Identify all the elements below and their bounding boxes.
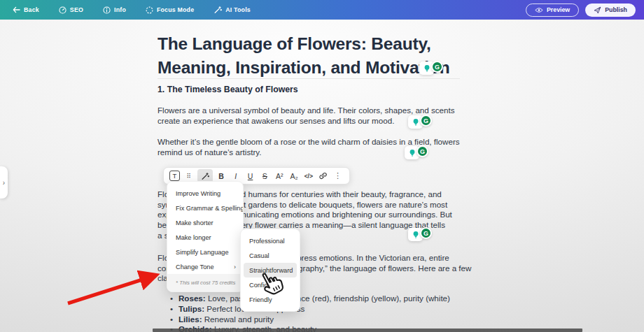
back-label: Back <box>24 6 39 13</box>
list-item[interactable]: Tulips: Perfect love and happiness <box>170 304 464 315</box>
topbar-right: Preview Publish <box>526 3 636 17</box>
title-line-2: Meaning, Inspiration, and Motivation <box>158 56 449 80</box>
seo-button[interactable]: SEO <box>59 6 83 14</box>
gauge-icon <box>59 6 66 14</box>
credits-note: * This will cost 75 credits <box>167 274 243 291</box>
menu-item-make-shorter[interactable]: Make shorter <box>167 215 243 230</box>
focus-mode-button[interactable]: Focus Mode <box>146 6 194 14</box>
tone-option-professional[interactable]: Professional <box>241 233 300 248</box>
magic-wand-icon <box>201 172 209 180</box>
menu-item-change-tone[interactable]: Change Tone › <box>167 259 243 274</box>
flower-meanings-list[interactable]: Roses: Love, passion, and romance (red),… <box>170 294 464 332</box>
menu-item-make-longer[interactable]: Make longer <box>167 230 243 245</box>
chevron-right-icon: › <box>234 264 236 270</box>
list-term: Roses: <box>178 294 206 303</box>
tone-option-confident[interactable]: Confident <box>241 277 300 292</box>
strikethrough-button[interactable]: S <box>259 169 271 182</box>
list-term: Lilies: <box>178 315 202 324</box>
chain-link-icon <box>318 171 328 180</box>
magic-wand-icon <box>214 6 222 14</box>
change-tone-submenu: Professional Casual Straightforward Conf… <box>240 229 300 312</box>
page-title[interactable]: The Language of Flowers: Beauty, Meaning… <box>158 32 449 80</box>
more-options-button[interactable]: ⋮ <box>332 169 344 182</box>
suggestion-badge-para2[interactable]: G <box>405 145 433 160</box>
arrow-left-icon <box>13 6 20 13</box>
ai-tools-menu: Improve Writing Fix Grammar & Spelling M… <box>167 181 244 292</box>
editor-screen: Back SEO Info Focus Mode AI Tools P <box>0 0 644 332</box>
list-desc: Renewal and purity <box>202 315 274 324</box>
code-button[interactable]: </> <box>302 169 314 182</box>
preview-label: Preview <box>547 6 570 13</box>
menu-item-fix-grammar[interactable]: Fix Grammar & Spelling <box>167 201 243 215</box>
info-button[interactable]: Info <box>103 6 126 14</box>
paper-plane-icon <box>594 6 601 14</box>
section-heading[interactable]: 1. The Timeless Beauty of Flowers <box>158 85 298 94</box>
list-term: Tulips: <box>178 304 204 313</box>
grammarly-icon[interactable]: G <box>420 227 432 239</box>
chevron-right-icon: › <box>3 179 5 187</box>
suggestion-badge-para1[interactable]: G <box>408 115 436 129</box>
topbar-left: Back SEO Info Focus Mode AI Tools <box>13 6 251 14</box>
underline-button[interactable]: U <box>244 169 256 182</box>
focus-mode-label: Focus Mode <box>157 6 194 13</box>
tone-option-friendly[interactable]: Friendly <box>241 292 300 307</box>
tone-option-casual[interactable]: Casual <box>241 248 300 263</box>
tone-option-straightforward[interactable]: Straightforward <box>244 263 297 277</box>
side-panel-toggle[interactable]: › <box>0 166 8 199</box>
ai-tools-button[interactable]: AI Tools <box>214 6 251 14</box>
info-icon <box>103 6 111 14</box>
title-divider <box>158 78 460 79</box>
link-button[interactable] <box>317 169 329 182</box>
publish-label: Publish <box>605 6 627 13</box>
focus-circle-icon <box>146 6 153 14</box>
back-button[interactable]: Back <box>13 6 39 13</box>
suggestion-badge-title[interactable]: G <box>419 61 447 75</box>
seo-label: SEO <box>70 6 83 13</box>
preview-button[interactable]: Preview <box>526 3 579 17</box>
subscript-button[interactable]: A₂ <box>288 169 300 182</box>
grammarly-icon[interactable]: G <box>431 61 443 73</box>
publish-button[interactable]: Publish <box>585 3 636 17</box>
text-style-button[interactable]: T <box>169 171 180 181</box>
topbar: Back SEO Info Focus Mode AI Tools P <box>0 0 644 20</box>
superscript-button[interactable]: A² <box>274 169 286 182</box>
ai-tools-label: AI Tools <box>225 6 251 13</box>
grammarly-icon[interactable]: G <box>416 145 428 157</box>
clipped-content-bar <box>153 329 582 332</box>
suggestion-badge-para3[interactable]: G <box>408 227 436 242</box>
menu-item-improve-writing[interactable]: Improve Writing <box>167 186 243 201</box>
eye-icon <box>535 7 543 13</box>
list-item[interactable]: Lilies: Renewal and purity <box>170 315 464 325</box>
info-label: Info <box>114 6 126 13</box>
menu-item-simplify-language[interactable]: Simplify Language <box>167 245 243 259</box>
title-line-1: The Language of Flowers: Beauty, <box>158 32 449 56</box>
list-item[interactable]: Roses: Love, passion, and romance (red),… <box>170 294 464 304</box>
grammarly-icon[interactable]: G <box>420 115 432 127</box>
